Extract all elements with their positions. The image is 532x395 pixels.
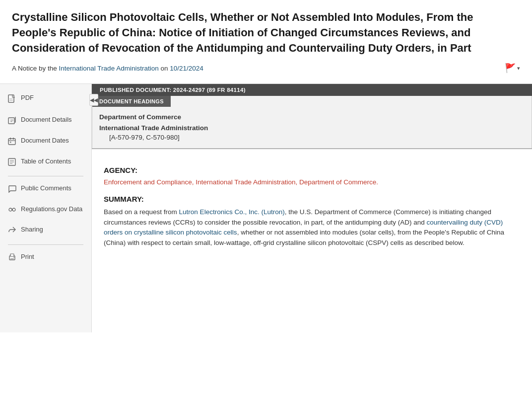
- document-details-icon: [8, 116, 17, 127]
- agency-heading: AGENCY:: [104, 166, 520, 174]
- svg-point-21: [13, 257, 14, 258]
- sidebar-pdf-label: PDF: [21, 94, 34, 102]
- sidebar-table-of-contents-label: Table of Contents: [21, 158, 71, 166]
- sidebar-document-dates-label: Document Dates: [21, 137, 69, 145]
- main-content: PUBLISHED DOCUMENT: 2024-24297 (89 FR 84…: [92, 84, 532, 332]
- svg-rect-19: [10, 254, 14, 256]
- agency-link[interactable]: International Trade Administration: [59, 65, 159, 72]
- sidebar-item-public-comments[interactable]: Public Comments: [0, 179, 91, 200]
- sidebar-print-label: Print: [21, 253, 34, 261]
- notice-date-prefix: on: [159, 65, 170, 72]
- doc-inner-box: DOCUMENT HEADINGS Department of Commerce…: [92, 96, 532, 148]
- notice-info: A Notice by the International Trade Admi…: [12, 65, 203, 72]
- svg-rect-7: [8, 139, 15, 145]
- flag-button[interactable]: 🚩 ▾: [505, 63, 520, 74]
- sidebar-sharing-label: Sharing: [21, 226, 43, 234]
- sidebar: ◀◀ PDF: [0, 84, 92, 332]
- doc-headings-bar-label: DOCUMENT HEADINGS: [99, 98, 164, 104]
- svg-rect-3: [8, 118, 14, 124]
- summary-text: Based on a request from Lutron Electroni…: [104, 207, 520, 249]
- sidebar-divider-1: [8, 176, 83, 176]
- dept-line-1: Department of Commerce: [99, 112, 525, 123]
- svg-point-16: [9, 208, 12, 211]
- main-doc-body: AGENCY: Enforcement and Compliance, Inte…: [92, 149, 532, 262]
- sidebar-item-regulations-gov-data[interactable]: Regulations.gov Data: [0, 200, 91, 221]
- sharing-icon: [8, 226, 17, 237]
- lutron-link[interactable]: Lutron Electronics Co., Inc. (Lutron): [179, 208, 285, 216]
- summary-heading: SUMMARY:: [104, 195, 520, 203]
- sidebar-item-document-details[interactable]: Document Details: [0, 111, 91, 132]
- cvd-link[interactable]: countervailing duty (CVD) orders on crys…: [104, 219, 503, 237]
- document-dates-icon: [8, 137, 17, 148]
- svg-rect-20: [10, 258, 14, 260]
- page-wrapper: Crystalline Silicon Photovoltaic Cells, …: [0, 0, 532, 332]
- agency-enforcement-link[interactable]: Enforcement and Compliance, Internationa…: [104, 178, 378, 186]
- agency-text: Enforcement and Compliance, Internationa…: [104, 178, 520, 186]
- page-title: Crystalline Silicon Photovoltaic Cells, …: [12, 10, 520, 56]
- pdf-icon: [8, 94, 17, 106]
- published-doc-label: PUBLISHED DOCUMENT: 2024-24297 (89 FR 84…: [100, 87, 246, 93]
- sidebar-document-details-label: Document Details: [21, 116, 72, 124]
- sidebar-item-document-dates[interactable]: Document Dates: [0, 132, 91, 153]
- sidebar-public-comments-label: Public Comments: [21, 184, 71, 193]
- sidebar-item-pdf[interactable]: PDF: [0, 89, 91, 111]
- doc-headings-bar: DOCUMENT HEADINGS: [92, 96, 171, 107]
- chevron-down-icon: ▾: [517, 65, 520, 72]
- sidebar-item-sharing[interactable]: Sharing: [0, 221, 91, 241]
- public-comments-icon: [8, 185, 17, 195]
- sidebar-item-table-of-contents[interactable]: Table of Contents: [0, 153, 91, 173]
- header-area: Crystalline Silicon Photovoltaic Cells, …: [0, 0, 532, 84]
- notice-date-link[interactable]: 10/21/2024: [170, 65, 203, 72]
- table-of-contents-icon: [8, 158, 17, 168]
- sidebar-collapse-button[interactable]: ◀◀: [89, 94, 98, 106]
- svg-rect-6: [15, 117, 16, 123]
- regulations-gov-data-icon: [8, 206, 17, 216]
- sidebar-item-print[interactable]: Print: [0, 248, 91, 269]
- bracket-line: [A-570-979, C-570-980]: [99, 134, 525, 141]
- print-icon: [8, 253, 17, 264]
- notice-prefix: A Notice by the: [12, 65, 59, 72]
- doc-headings-section: Department of Commerce International Tra…: [92, 107, 532, 148]
- svg-rect-11: [10, 142, 11, 143]
- sidebar-divider-2: [8, 244, 83, 245]
- svg-rect-4: [10, 120, 13, 120]
- published-doc-bar: PUBLISHED DOCUMENT: 2024-24297 (89 FR 84…: [92, 84, 532, 96]
- subtitle-line: A Notice by the International Trade Admi…: [12, 63, 520, 78]
- sidebar-regulations-gov-data-label: Regulations.gov Data: [21, 205, 82, 214]
- flag-icon: 🚩: [505, 63, 516, 74]
- dept-line-2: International Trade Administration: [99, 123, 525, 134]
- svg-rect-5: [10, 121, 12, 122]
- content-layout: ◀◀ PDF: [0, 84, 532, 332]
